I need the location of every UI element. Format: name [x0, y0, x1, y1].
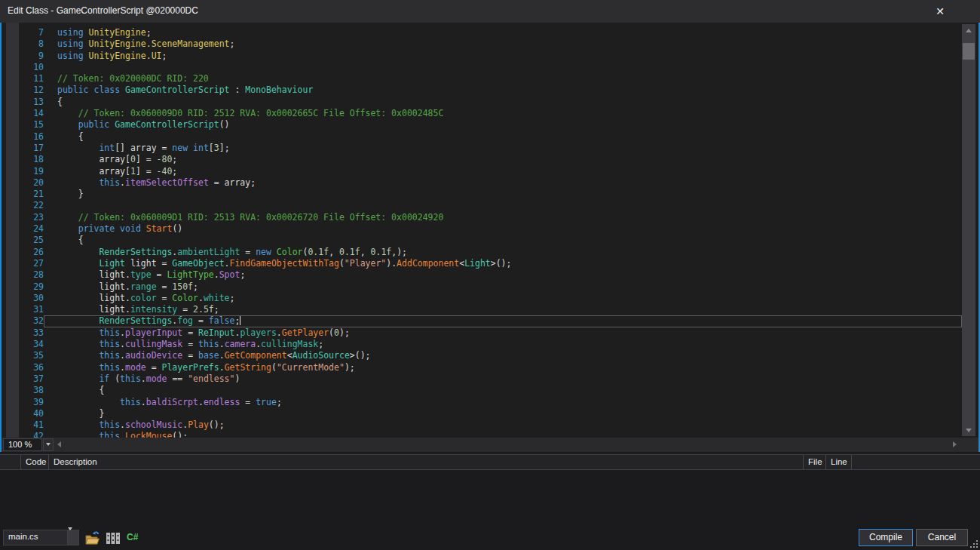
code-line[interactable]: 21 }: [2, 189, 962, 200]
code-line-text[interactable]: RenderSettings.ambientLight = new Color(…: [44, 247, 962, 258]
column-header-description[interactable]: Description: [49, 455, 804, 469]
code-line-text[interactable]: this.schoolMusic.Play();: [44, 419, 962, 431]
line-number: 23: [2, 212, 44, 223]
code-line[interactable]: 29 light.range = 150f;: [2, 281, 962, 293]
code-line-text[interactable]: [44, 62, 962, 73]
line-number: 20: [2, 177, 44, 189]
code-editor[interactable]: 7using UnityEngine;8using UnityEngine.Sc…: [0, 23, 980, 452]
zoom-level-select[interactable]: 100 %: [3, 438, 42, 451]
scroll-down-button[interactable]: [962, 424, 975, 436]
code-line-text[interactable]: using UnityEngine.SceneManagement;: [44, 38, 962, 50]
code-line[interactable]: 17 int[] array = new int[3];: [2, 143, 962, 154]
file-selector[interactable]: main.cs: [3, 530, 79, 545]
code-line-text[interactable]: array[0] = -80;: [44, 154, 962, 165]
column-header-code[interactable]: Code: [21, 455, 49, 469]
code-line[interactable]: 28 light.type = LightType.Spot;: [2, 269, 962, 281]
vertical-scrollbar-thumb[interactable]: [963, 43, 975, 60]
code-line-text[interactable]: this.cullingMask = this.camera.cullingMa…: [44, 339, 962, 350]
code-line-text[interactable]: using UnityEngine;: [44, 27, 962, 38]
scroll-up-button[interactable]: [962, 24, 975, 36]
code-line-text[interactable]: this.LockMouse();: [44, 431, 962, 438]
code-line-text[interactable]: // Token: 0x060009D0 RID: 2512 RVA: 0x00…: [44, 108, 962, 119]
code-line-text[interactable]: light.color = Color.white;: [44, 293, 962, 304]
code-line-text[interactable]: private void Start(): [44, 223, 962, 235]
code-line[interactable]: 9using UnityEngine.UI;: [2, 51, 962, 62]
code-line-text[interactable]: using UnityEngine.UI;: [44, 51, 962, 62]
code-line[interactable]: 32 RenderSettings.fog = false;: [2, 315, 962, 327]
code-line[interactable]: 40 }: [2, 408, 962, 419]
scroll-right-button[interactable]: [953, 441, 957, 447]
code-line[interactable]: 20 this.itemSelectOffset = array;: [2, 177, 962, 189]
title-bar: Edit Class - GameControllerScript @02000…: [0, 0, 980, 23]
code-line[interactable]: 22: [2, 200, 962, 211]
resize-grip[interactable]: [969, 539, 979, 550]
code-line-text[interactable]: this.mode = PlayerPrefs.GetString("Curre…: [44, 362, 962, 373]
code-line-text[interactable]: public GameControllerScript(): [44, 119, 962, 131]
code-line-text[interactable]: this.baldiScrpt.endless = true;: [44, 397, 962, 408]
edit-class-dialog: { "window": { "title": "Edit Class - Gam…: [0, 0, 980, 550]
code-line-text[interactable]: light.range = 150f;: [44, 281, 962, 293]
code-line[interactable]: 33 this.playerInput = ReInput.players.Ge…: [2, 327, 962, 339]
code-line-text[interactable]: // Token: 0x060009D1 RID: 2513 RVA: 0x00…: [44, 212, 962, 223]
code-line[interactable]: 18 array[0] = -80;: [2, 154, 962, 165]
code-line[interactable]: 31 light.intensity = 2.5f;: [2, 304, 962, 315]
code-line[interactable]: 25 {: [2, 235, 962, 246]
open-file-button[interactable]: [84, 530, 102, 549]
code-line-text[interactable]: {: [44, 385, 962, 396]
code-line[interactable]: 34 this.cullingMask = this.camera.cullin…: [2, 339, 962, 350]
code-line[interactable]: 7using UnityEngine;: [2, 27, 962, 38]
column-header-file[interactable]: File: [804, 455, 826, 469]
code-line[interactable]: 13{: [2, 97, 962, 108]
column-header-icon[interactable]: [0, 455, 21, 469]
code-line[interactable]: 23 // Token: 0x060009D1 RID: 2513 RVA: 0…: [2, 212, 962, 223]
code-line[interactable]: 12public class GameControllerScript : Mo…: [2, 84, 962, 96]
cancel-button[interactable]: Cancel: [916, 529, 968, 546]
code-line[interactable]: 16 {: [2, 131, 962, 143]
code-line[interactable]: 10: [2, 62, 962, 73]
code-line-text[interactable]: {: [44, 97, 962, 108]
code-line-text[interactable]: light.type = LightType.Spot;: [44, 269, 962, 281]
column-header-line[interactable]: Line: [826, 455, 852, 469]
code-lines[interactable]: 7using UnityEngine;8using UnityEngine.Sc…: [2, 23, 962, 438]
code-line[interactable]: 15 public GameControllerScript(): [2, 119, 962, 131]
code-line[interactable]: 27 Light light = GameObject.FindGameObje…: [2, 258, 962, 269]
scroll-left-button[interactable]: [57, 441, 61, 447]
code-line-text[interactable]: light.intensity = 2.5f;: [44, 304, 962, 315]
code-line-text[interactable]: this.itemSelectOffset = array;: [44, 177, 962, 189]
code-line[interactable]: 36 this.mode = PlayerPrefs.GetString("Cu…: [2, 362, 962, 373]
code-line-text[interactable]: // Token: 0x020000DC RID: 220: [44, 73, 962, 84]
code-line[interactable]: 39 this.baldiScrpt.endless = true;: [2, 397, 962, 408]
code-line-text[interactable]: this.playerInput = ReInput.players.GetPl…: [44, 327, 962, 339]
code-line-text[interactable]: public class GameControllerScript : Mono…: [44, 84, 962, 96]
code-line-text[interactable]: if (this.mode == "endless"): [44, 373, 962, 385]
code-line[interactable]: 14 // Token: 0x060009D0 RID: 2512 RVA: 0…: [2, 108, 962, 119]
code-line-text[interactable]: array[1] = -40;: [44, 166, 962, 177]
code-line[interactable]: 11// Token: 0x020000DC RID: 220: [2, 73, 962, 84]
code-line-text[interactable]: }: [44, 189, 962, 200]
code-line[interactable]: 8using UnityEngine.SceneManagement;: [2, 38, 962, 50]
code-line[interactable]: 38 {: [2, 385, 962, 396]
code-line[interactable]: 24 private void Start(): [2, 223, 962, 235]
code-line-text[interactable]: {: [44, 131, 962, 143]
code-line-text[interactable]: {: [44, 235, 962, 246]
close-button[interactable]: ✕: [927, 3, 953, 20]
code-line[interactable]: 30 light.color = Color.white;: [2, 293, 962, 304]
assembly-references-button[interactable]: [106, 532, 121, 548]
code-line-text[interactable]: int[] array = new int[3];: [44, 143, 962, 154]
code-line[interactable]: 26 RenderSettings.ambientLight = new Col…: [2, 247, 962, 258]
vertical-scrollbar[interactable]: [962, 24, 975, 436]
code-line[interactable]: 41 this.schoolMusic.Play();: [2, 419, 962, 431]
line-number: 11: [2, 73, 44, 84]
code-line-text[interactable]: this.audioDevice = base.GetComponent<Aud…: [44, 350, 962, 361]
zoom-dropdown-button[interactable]: [43, 438, 54, 451]
code-line-text[interactable]: Light light = GameObject.FindGameObjectW…: [44, 258, 962, 269]
code-line[interactable]: 42 this.LockMouse();: [2, 431, 962, 438]
code-line-text[interactable]: [44, 200, 962, 211]
code-line[interactable]: 37 if (this.mode == "endless"): [2, 373, 962, 385]
code-line[interactable]: 19 array[1] = -40;: [2, 166, 962, 177]
code-line-text[interactable]: RenderSettings.fog = false;: [44, 315, 962, 327]
file-selector-dropdown-button[interactable]: [67, 530, 78, 545]
compile-button[interactable]: Compile: [859, 529, 913, 546]
code-line-text[interactable]: }: [44, 408, 962, 419]
code-line[interactable]: 35 this.audioDevice = base.GetComponent<…: [2, 350, 962, 361]
